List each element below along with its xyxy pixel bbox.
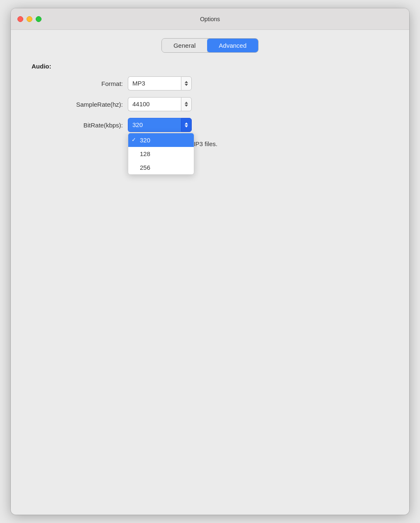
samplerate-row: SampleRate(hz): 44100 [32,97,397,111]
tab-group: General Advanced [161,38,259,53]
samplerate-down-arrow [185,105,188,107]
format-select[interactable]: MP3 [128,76,192,90]
bitrate-label: BitRate(kbps): [32,122,123,129]
bitrate-dropdown-wrapper: 320 320 128 256 [128,118,192,132]
bitrate-option-256[interactable]: 256 [128,161,194,174]
minimize-button[interactable] [27,16,32,22]
tab-advanced[interactable]: Advanced [207,39,258,52]
bitrate-row: BitRate(kbps): 320 320 128 256 [32,118,397,132]
bitrate-up-arrow [185,122,188,125]
close-button[interactable] [17,16,23,22]
app-window: Options General Advanced Audio: Format: … [11,8,409,515]
samplerate-up-arrow [185,102,188,104]
format-value[interactable]: MP3 [128,76,181,90]
bitrate-value[interactable]: 320 [128,118,181,132]
bitrate-option-128[interactable]: 128 [128,147,194,161]
samplerate-label: SampleRate(hz): [32,101,123,108]
window-title: Options [200,16,220,22]
bitrate-option-320[interactable]: 320 [128,133,194,147]
titlebar: Options [11,8,409,30]
samplerate-stepper[interactable] [181,97,192,111]
bitrate-stepper[interactable] [181,118,192,132]
audio-section: Audio: Format: MP3 SampleRate(hz): 44100 [32,63,397,147]
tabs-container: General Advanced [23,38,397,53]
note-row: Cover only works with MP3 files. [32,139,397,147]
format-row: Format: MP3 [32,76,397,90]
tab-general[interactable]: General [162,39,207,52]
bitrate-dropdown-menu: 320 128 256 [128,133,194,175]
samplerate-select[interactable]: 44100 [128,97,192,111]
format-down-arrow [185,84,188,86]
maximize-button[interactable] [36,16,42,22]
format-stepper[interactable] [181,76,192,90]
bitrate-select[interactable]: 320 [128,118,192,132]
bitrate-down-arrow [185,125,188,127]
format-label: Format: [32,80,123,87]
audio-section-label: Audio: [32,63,397,70]
content-area: General Advanced Audio: Format: MP3 [11,30,409,156]
samplerate-value[interactable]: 44100 [128,97,181,111]
traffic-lights [17,16,42,22]
format-up-arrow [185,81,188,83]
